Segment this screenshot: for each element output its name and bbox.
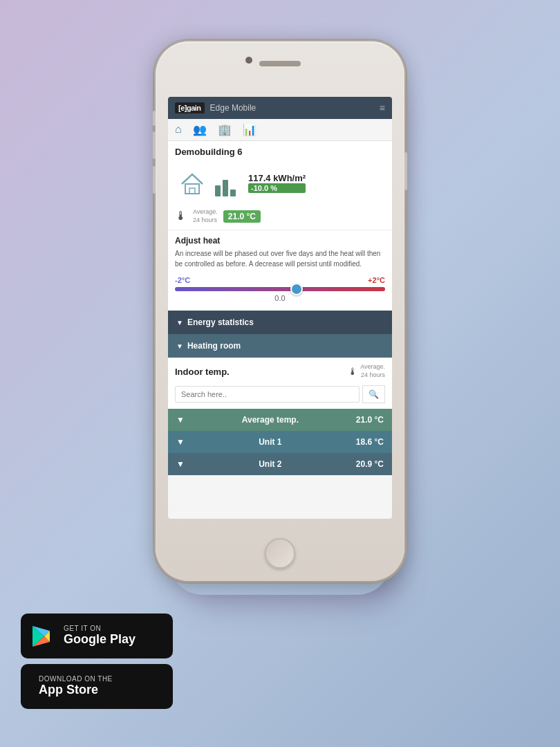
chevron-icon-3: ▼ — [176, 415, 185, 425]
heating-room-bar[interactable]: ▼ Heating room — [168, 334, 392, 358]
app-store-main: App Store — [39, 683, 113, 698]
stats-card: 117.4 kWh/m² -10.0 % — [168, 160, 392, 205]
indoor-avg-label: Average.24 hours — [360, 363, 385, 379]
avg-temp-row-value: 21.0 °C — [356, 415, 384, 425]
app-header: [e]gain Edge Mobile ≡ — [168, 97, 392, 119]
volume-down-button — [153, 166, 156, 194]
indoor-temp-title: Indoor temp. — [175, 367, 230, 377]
kwh-value: 117.4 kWh/m² — [248, 173, 306, 183]
google-play-sub: GET IT ON — [64, 625, 136, 632]
app-store-sub: Download on the — [39, 675, 113, 683]
avg-temp-row-label: Average temp. — [242, 415, 299, 425]
app-logo: [e]gain — [175, 102, 205, 113]
app-title: Edge Mobile — [210, 103, 380, 113]
thermometer-icon-2: 🌡 — [348, 366, 357, 377]
phone-speaker — [259, 61, 301, 66]
unit1-value: 18.6 °C — [356, 437, 384, 447]
phone-screen: [e]gain Edge Mobile ≡ ⌂ 👥 🏢 📊 Demobuildi… — [168, 97, 392, 519]
app-store-text: Download on the App Store — [39, 675, 113, 698]
nav-chart-icon[interactable]: 📊 — [243, 123, 256, 136]
power-button — [404, 152, 407, 190]
phone-shell: [e]gain Edge Mobile ≡ ⌂ 👥 🏢 📊 Demobuildi… — [156, 42, 404, 581]
app-store-badge[interactable]: Download on the App Store — [21, 664, 173, 709]
phone-camera — [245, 57, 252, 64]
slider-max-label: +2°C — [368, 276, 385, 284]
svg-rect-0 — [185, 184, 199, 194]
avg-label: Average.24 hours — [193, 208, 218, 224]
unit2-temp-row[interactable]: ▼ Unit 2 20.9 °C — [168, 453, 392, 475]
thermometer-icon: 🌡 — [175, 209, 187, 223]
indoor-temp-header: Indoor temp. 🌡 Average.24 hours — [168, 358, 392, 382]
chevron-icon: ▼ — [176, 319, 183, 326]
google-play-icon — [30, 624, 55, 649]
slider-value: 0.0 — [175, 294, 385, 302]
home-button[interactable] — [265, 538, 295, 569]
chevron-icon-2: ▼ — [176, 342, 183, 350]
slider-thumb[interactable] — [290, 283, 303, 295]
nav-building-icon[interactable]: 🏢 — [218, 123, 232, 136]
indoor-avg: 🌡 Average.24 hours — [348, 363, 385, 379]
house-icon-wrap — [175, 165, 209, 200]
adjust-title: Adjust heat — [175, 236, 385, 246]
google-play-main: Google Play — [64, 632, 136, 647]
nav-home-icon[interactable]: ⌂ — [175, 123, 182, 136]
house-icon — [178, 169, 206, 196]
unit1-label: Unit 1 — [259, 437, 281, 447]
mute-button — [153, 111, 156, 126]
slider-track[interactable] — [175, 287, 385, 291]
unit2-value: 20.9 °C — [356, 459, 384, 469]
chevron-icon-5: ▼ — [176, 459, 185, 469]
slider-labels: -2°C +2°C — [175, 276, 385, 284]
energy-statistics-label: Energy statistics — [187, 317, 254, 327]
building-name: Demobuilding 6 — [168, 141, 392, 160]
avg-temp-badge: 21.0 °C — [223, 210, 261, 223]
temp-row: 🌡 Average.24 hours 21.0 °C — [168, 205, 392, 230]
store-badges: GET IT ON Google Play Download on the Ap… — [21, 614, 173, 709]
unit1-temp-row[interactable]: ▼ Unit 1 18.6 °C — [168, 431, 392, 453]
search-button[interactable]: 🔍 — [362, 385, 385, 403]
search-input[interactable] — [175, 386, 360, 403]
heating-room-label: Heating room — [187, 341, 241, 351]
bar-1 — [215, 185, 221, 196]
adjust-desc: An increase will be phased out over five… — [175, 248, 385, 269]
bar-3 — [230, 190, 236, 196]
hamburger-icon[interactable]: ≡ — [380, 102, 385, 113]
nav-people-icon[interactable]: 👥 — [193, 123, 207, 136]
volume-up-button — [153, 131, 156, 159]
unit2-label: Unit 2 — [259, 459, 281, 469]
bar-chart-icon — [215, 169, 243, 196]
stats-values: 117.4 kWh/m² -10.0 % — [248, 173, 306, 193]
avg-temp-row[interactable]: ▼ Average temp. 21.0 °C — [168, 409, 392, 431]
google-play-badge[interactable]: GET IT ON Google Play — [21, 614, 173, 658]
google-play-text: GET IT ON Google Play — [64, 625, 136, 647]
chevron-icon-4: ▼ — [176, 437, 185, 447]
nav-icons: ⌂ 👥 🏢 📊 — [168, 119, 392, 141]
energy-statistics-bar[interactable]: ▼ Energy statistics — [168, 311, 392, 334]
slider-min-label: -2°C — [175, 276, 190, 284]
bar-2 — [223, 180, 228, 196]
pct-badge: -10.0 % — [248, 183, 306, 193]
search-bar: 🔍 — [168, 382, 392, 409]
adjust-section: Adjust heat An increase will be phased o… — [168, 230, 392, 311]
svg-rect-1 — [189, 188, 195, 194]
